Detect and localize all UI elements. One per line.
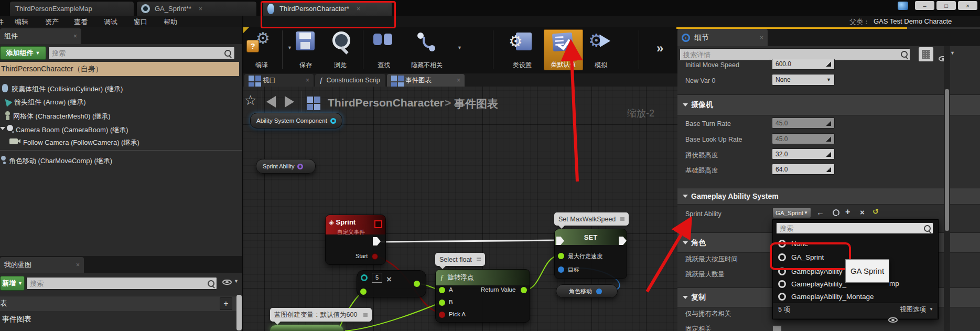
asset-picker-search-input[interactable] [776, 222, 933, 234]
pin-target[interactable] [558, 266, 564, 273]
close-icon[interactable]: × [306, 77, 309, 84]
maximize-button[interactable]: □ [936, 1, 956, 10]
event-graph-row[interactable]: 事件图表 [2, 315, 31, 324]
section-gameplay-ability-system[interactable]: Gameplay Ability System [677, 188, 980, 205]
component-row-cameraboom[interactable]: Camera Boom (CameraBoom) (继承) [16, 125, 128, 135]
multiply-value-input[interactable]: 5 [372, 273, 382, 283]
browse-to-asset-icon[interactable] [833, 209, 839, 216]
parent-class-link[interactable]: GAS Test Demo Characte [874, 17, 952, 25]
my-blueprint-search-input[interactable] [26, 277, 217, 290]
use-selected-icon[interactable]: ← [816, 208, 824, 217]
close-icon[interactable]: × [457, 77, 460, 84]
simulate-button[interactable]: ⚙ 模拟 [585, 29, 617, 71]
float-in-pin[interactable] [360, 289, 367, 295]
menu-item-view[interactable]: 查看 [74, 17, 88, 27]
node-char-movement[interactable]: 角色移动 [556, 284, 618, 298]
asset-option-none[interactable]: None [773, 237, 936, 250]
add-component-button[interactable]: 添加组件 ▼ [0, 46, 46, 60]
tab-event-graph[interactable]: 事件图表 × [387, 74, 465, 87]
class-settings-button[interactable]: ⚙ 类设置 [502, 29, 542, 71]
prop-initial-move-speed-value[interactable]: 600.0 [772, 59, 835, 70]
pin-max-walk-speed[interactable] [558, 253, 564, 259]
asset-option-gameplayability-montage[interactable]: GameplayAbility_Montage [773, 290, 936, 303]
pin-a[interactable] [439, 287, 445, 293]
component-row-charmovecomp[interactable]: 角色移动 (CharMoveComp) (继承) [9, 156, 112, 166]
pin-icons[interactable] [620, 217, 624, 221]
pin-pick-a[interactable] [439, 312, 445, 318]
checkbox[interactable] [772, 325, 782, 331]
browse-button[interactable]: 浏览 [324, 29, 357, 71]
reset-to-default-icon[interactable]: ↺ [873, 207, 879, 216]
pin-b[interactable] [439, 300, 445, 306]
chevron-down-icon[interactable]: ▼ [929, 307, 933, 312]
close-icon[interactable]: × [760, 34, 763, 41]
component-row-arrow[interactable]: 箭头组件 (Arrow) (继承) [14, 98, 86, 107]
chevron-down-icon[interactable]: ▼ [234, 279, 239, 284]
component-root-row[interactable]: ThirdPersonCharacter（自身） [0, 62, 239, 76]
select-float-comment[interactable]: Select float [435, 253, 485, 266]
components-search-input[interactable] [48, 47, 235, 59]
tab-construction-script[interactable]: ƒ Construction Scrip [315, 74, 385, 87]
class-pin[interactable] [297, 164, 303, 169]
set-maxwalkspeed-comment[interactable]: Set MaxWalkSpeed [554, 212, 629, 226]
find-button[interactable]: 查找 [367, 29, 401, 71]
minimize-button[interactable]: – [915, 1, 934, 10]
save-button[interactable]: 保存 [288, 29, 323, 71]
close-icon[interactable]: × [199, 5, 202, 13]
tab-thirdpersonexamplemap[interactable]: ThirdPersonExampleMap [9, 1, 134, 16]
add-icon[interactable]: + [845, 207, 850, 217]
menu-item-help[interactable]: 帮助 [164, 17, 177, 27]
sprint-ability-dropdown[interactable]: GA_Sprint ▼ [772, 207, 811, 218]
menu-item-window[interactable]: 窗口 [134, 17, 147, 27]
menu-item-debug[interactable]: 调试 [104, 17, 117, 27]
add-new-button[interactable]: 新增 ▼ [0, 276, 25, 291]
prop-base-eye-height-value[interactable]: 64.0 [772, 164, 835, 175]
clear-icon[interactable]: × [860, 208, 865, 217]
component-row-followcamera[interactable]: Follow Camera (FollowCamera) (继承) [23, 138, 139, 147]
pin-icons[interactable] [477, 258, 481, 261]
toolbar-overflow-chevron[interactable]: » [656, 41, 663, 56]
tab-ga-sprint[interactable]: GA_Sprint** × [136, 1, 257, 16]
property-matrix-button[interactable] [919, 47, 933, 61]
node-get-float-partial[interactable] [270, 325, 343, 331]
view-options-label[interactable]: 视图选项 [900, 305, 926, 314]
float-out-pin[interactable] [414, 281, 420, 287]
close-button[interactable]: × [958, 1, 977, 10]
delegate-pin[interactable] [374, 220, 382, 228]
tab-details[interactable]: i 细节 × [677, 29, 768, 46]
expander-icon[interactable] [0, 127, 5, 130]
tab-my-blueprint[interactable]: 我的蓝图 × [0, 257, 84, 273]
tab-viewport[interactable]: 视口 × [244, 74, 314, 87]
object-pin[interactable] [330, 118, 336, 124]
chevron-down-icon[interactable]: ▼ [457, 45, 462, 50]
wildcard-pin[interactable] [361, 274, 368, 281]
node-ability-system-component[interactable]: Ability System Component [250, 113, 342, 129]
menu-item-clipped[interactable]: 件 [0, 17, 4, 27]
prop-new-var-0-dropdown[interactable]: None▼ [772, 74, 835, 86]
graphs-section-row[interactable] [0, 296, 242, 311]
component-row-charactermesh[interactable]: 网格体 (CharacterMesh0) (继承) [13, 112, 111, 121]
start-pin[interactable] [372, 253, 378, 260]
close-icon[interactable]: × [357, 5, 360, 13]
compile-button[interactable]: ⚙ ? 编译 [242, 29, 281, 71]
tab-components[interactable]: 组件 × [0, 28, 81, 44]
view-options-eye-icon[interactable] [888, 317, 898, 323]
node-sprint-ability[interactable]: Sprint Ability [256, 159, 316, 174]
section-camera[interactable]: 摄像机 [677, 94, 980, 115]
details-column-divider[interactable] [770, 59, 770, 195]
var-default-comment[interactable]: 蓝图创建变量：默认值为600 [270, 308, 372, 322]
pin-return-value[interactable] [521, 287, 527, 293]
details-scrollbar-thumb[interactable] [945, 89, 949, 231]
prop-crouch-eye-height-value[interactable]: 32.0 [772, 148, 835, 159]
object-pin[interactable] [596, 289, 602, 294]
chevron-down-icon[interactable]: ▼ [950, 50, 955, 56]
close-icon[interactable]: × [76, 261, 80, 269]
class-defaults-button[interactable]: 类默认值 [544, 29, 583, 70]
close-icon[interactable]: × [73, 33, 77, 40]
component-row-collisioncylinder[interactable]: 胶囊体组件 (CollisionCylinder) (继承) [12, 84, 123, 94]
prop-base-turn-rate-value[interactable]: 45.0 [772, 118, 835, 129]
scrollbar-thumb[interactable] [236, 295, 242, 330]
hide-unrelated-button[interactable]: 隐藏不相关 [402, 29, 452, 71]
add-graph-button[interactable]: + [220, 297, 232, 310]
prop-base-look-up-rate-value[interactable]: 45.0 [772, 133, 835, 144]
